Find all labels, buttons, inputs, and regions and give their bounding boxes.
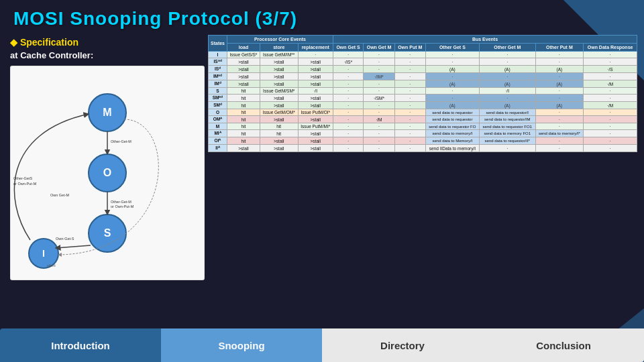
table-cell: ·/SM* (364, 95, 395, 102)
table-cell: SMᵃᵈ (209, 95, 227, 102)
table-cell: (A) (535, 66, 584, 73)
table-cell: (A) (425, 102, 479, 109)
table-cell: (A) (425, 80, 479, 88)
spec-subtitle: at Cache Controller: (10, 50, 211, 60)
table-cell: send data to requestor FO (425, 123, 479, 130)
table-cell: · (364, 66, 395, 73)
col-states: States (209, 36, 227, 52)
table-cell: send IIData to memory/I (425, 145, 479, 152)
table-cell: · (584, 95, 637, 102)
table-cell: Issue PutM/OI* (298, 109, 333, 116)
table-cell: · (479, 145, 535, 152)
table-cell: send data to requestor FO1 (479, 123, 535, 130)
table-cell: send data to requestor/I (479, 109, 535, 116)
table-cell: · (333, 88, 363, 95)
table-cell: · (394, 109, 425, 116)
table-cell: >stall (260, 137, 298, 145)
table-row: MhithitIssue PutM/MI*···send data to req… (209, 123, 637, 130)
table-cell: send data to memory FO1 (479, 130, 535, 137)
nav-introduction[interactable]: Introduction (0, 328, 161, 362)
table-cell: · (394, 52, 425, 58)
table-cell: send data to requestor/II* (479, 137, 535, 145)
table-cell: >stall (298, 137, 333, 145)
table-cell: ·/I (479, 88, 535, 95)
table-cell: >stall (260, 95, 298, 102)
table-row: OIᴬhit>stall>stall···send data to Memory… (209, 137, 637, 145)
table-cell: >stall (298, 95, 333, 102)
table-cell: M (209, 123, 227, 130)
table-cell: · (584, 88, 637, 95)
table-cell: · (333, 137, 363, 145)
table-cell: · (333, 123, 363, 130)
table-cell: · (394, 58, 425, 66)
table-cell: OIᴬ (209, 137, 227, 145)
table-row: IMᵈ>stall>stall>stall···(A)(A)(A)·/M (209, 80, 637, 88)
table-cell: IMᵃᵈ (209, 73, 227, 80)
table-cell: ·/M (364, 116, 395, 123)
table-cell: · (333, 66, 363, 73)
table-cell: · (584, 109, 637, 116)
table-cell: (A) (535, 102, 584, 109)
table-cell: · (425, 88, 479, 95)
svg-text:or Own-Put-M: or Own-Put-M (13, 182, 37, 186)
table-cell: · (364, 80, 395, 88)
bottom-nav: Introduction Snooping Directory Conclusi… (0, 328, 644, 362)
table-cell: (A) (535, 80, 584, 88)
table-cell: S (209, 88, 227, 95)
table-cell: ·/M (584, 80, 637, 88)
svg-text:Other-GetS: Other-GetS (13, 176, 32, 180)
table-cell: I (209, 52, 227, 58)
col-other-getm: Other Get M (479, 44, 535, 52)
svg-text:Other-Get-M: Other-Get-M (111, 139, 131, 143)
table-cell: >stall (227, 66, 260, 73)
table-cell: hit (227, 95, 260, 102)
table-cell: · (394, 95, 425, 102)
table-cell: · (584, 130, 637, 137)
table-cell: (A) (479, 80, 535, 88)
table-cell: >stall (298, 116, 333, 123)
nav-conclusion[interactable]: Conclusion (483, 328, 644, 362)
table-cell: · (364, 123, 395, 130)
table-cell: hit (260, 123, 298, 130)
table-cell: · (298, 52, 333, 58)
table-row: ShitIssue GetM/SM*·/I·····/I·· (209, 88, 637, 95)
table-cell: · (479, 52, 535, 58)
table-cell: send data to requestor (425, 116, 479, 123)
table-cell: · (333, 109, 363, 116)
table-cell: send data to requestor/IM (479, 116, 535, 123)
table-cell: · (584, 145, 637, 152)
table-row: IIᴬ>stall>stall>stall···send IIData to m… (209, 145, 637, 152)
table-cell: · (479, 73, 535, 80)
table-cell: send data to Memory/I (425, 137, 479, 145)
svg-text:I: I (42, 248, 45, 259)
table-cell: >stall (260, 116, 298, 123)
table-cell: · (394, 116, 425, 123)
table-cell: Issue PutM/MI* (298, 123, 333, 130)
table-cell: >stall (260, 80, 298, 88)
table-cell: >stall (260, 58, 298, 66)
col-store: store (260, 44, 298, 52)
svg-text:Own Get-M: Own Get-M (50, 193, 70, 197)
table-cell: ·/IS* (333, 58, 363, 66)
nav-snooping[interactable]: Snooping (161, 328, 322, 362)
table-cell: hit (227, 130, 260, 137)
table-cell: · (425, 73, 479, 80)
table-row: IIssue GetS/S*Issue GetM/IM**········ (209, 52, 637, 58)
table-cell: >stall (227, 80, 260, 88)
table-cell: >stall (227, 73, 260, 80)
table-row: SMᵈhit>stall>stall···(A)(A)(A)·/M (209, 102, 637, 109)
svg-text:silent: silent (47, 263, 56, 267)
col-replacement: replacement (298, 44, 333, 52)
col-other-putm: Other Put M (535, 44, 584, 52)
table-cell: Issue GetM/IM** (260, 52, 298, 58)
nav-directory[interactable]: Directory (322, 328, 483, 362)
table-cell: · (333, 73, 363, 80)
table-cell: hit (260, 130, 298, 137)
table-cell: · (333, 130, 363, 137)
table-cell: send data to memory/I (425, 130, 479, 137)
nav-conclusion-label: Conclusion (536, 340, 591, 351)
table-cell: · (535, 137, 584, 145)
nav-directory-label: Directory (380, 340, 425, 351)
table-row: OMᴬhit>stall>stall··/M·send data to requ… (209, 116, 637, 123)
table-cell: >stall (298, 58, 333, 66)
